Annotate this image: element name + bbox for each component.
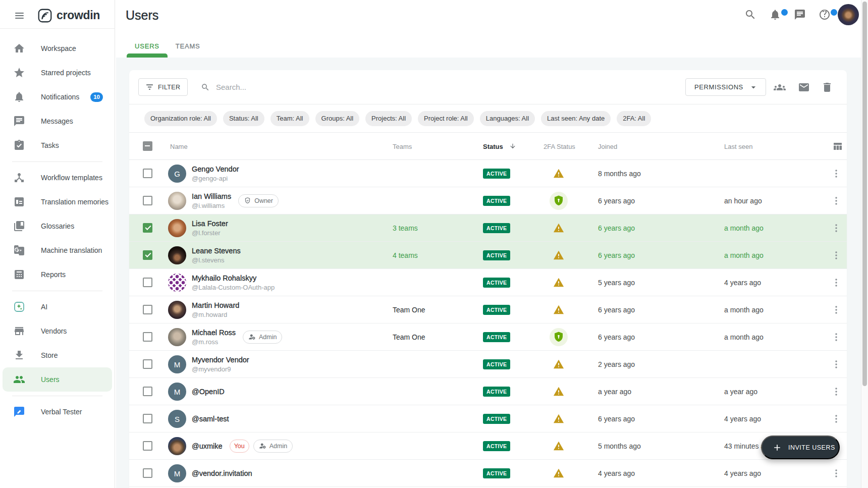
user-name[interactable]: Mykhailo Rohalskyy bbox=[192, 274, 256, 282]
row-checkbox[interactable] bbox=[143, 196, 152, 205]
row-checkbox[interactable] bbox=[143, 305, 152, 314]
messages-icon[interactable] bbox=[794, 9, 806, 21]
row-menu-icon[interactable] bbox=[830, 331, 842, 343]
filter-chip[interactable]: Status: All bbox=[223, 111, 264, 126]
sidebar-item-reports[interactable]: Reports bbox=[3, 262, 112, 287]
filter-button[interactable]: FILTER bbox=[138, 78, 188, 96]
filter-chip[interactable]: Team: All bbox=[270, 111, 309, 126]
table-row[interactable]: G Gengo Vendor @gengo-api ACTIVE 8 month… bbox=[129, 160, 847, 187]
row-menu-icon[interactable] bbox=[830, 277, 842, 289]
user-teams[interactable]: 4 teams bbox=[393, 251, 418, 259]
column-header-status[interactable]: Status bbox=[483, 142, 516, 150]
filter-chip[interactable]: Projects: All bbox=[365, 111, 412, 126]
delete-icon[interactable] bbox=[821, 81, 833, 93]
table-row[interactable]: Lisa Foster @l.forster 3 teams ACTIVE 6 … bbox=[129, 214, 847, 242]
user-name[interactable]: Ian Williams bbox=[192, 192, 231, 200]
row-menu-icon[interactable] bbox=[830, 413, 842, 425]
column-header-name[interactable]: Name bbox=[170, 142, 188, 150]
sidebar-item-ai[interactable]: AI bbox=[3, 295, 112, 319]
sidebar-item-users[interactable]: Users bbox=[3, 367, 112, 392]
column-header-joined[interactable]: Joined bbox=[598, 142, 617, 150]
sidebar-item-translation-memories[interactable]: Translation memories bbox=[3, 190, 112, 214]
page-scrollbar[interactable] bbox=[861, 0, 868, 488]
sidebar-item-vendors[interactable]: Vendors bbox=[3, 319, 112, 343]
column-header-2fa[interactable]: 2FA Status bbox=[544, 142, 575, 150]
row-menu-icon[interactable] bbox=[830, 195, 842, 207]
filter-chip[interactable]: Groups: All bbox=[315, 111, 360, 126]
2fa-status-icon bbox=[550, 441, 568, 452]
row-checkbox[interactable] bbox=[143, 414, 152, 423]
search-icon[interactable] bbox=[744, 9, 756, 21]
row-checkbox[interactable] bbox=[143, 278, 152, 287]
user-name[interactable]: Myvendor Vendor bbox=[192, 356, 249, 364]
sidebar-item-messages[interactable]: Messages bbox=[3, 109, 112, 133]
permissions-button[interactable]: PERMISSIONS bbox=[685, 78, 766, 96]
column-header-teams[interactable]: Teams bbox=[393, 142, 412, 150]
column-header-last-seen[interactable]: Last seen bbox=[724, 142, 752, 150]
row-checkbox[interactable] bbox=[143, 441, 152, 451]
user-name[interactable]: Martin Howard bbox=[192, 301, 239, 309]
notifications-bell-icon[interactable] bbox=[769, 9, 781, 21]
sidebar-item-tasks[interactable]: Tasks bbox=[3, 133, 112, 157]
tab-users[interactable]: USERS bbox=[127, 34, 168, 58]
row-menu-icon[interactable] bbox=[830, 467, 842, 479]
user-avatar[interactable] bbox=[838, 4, 859, 25]
table-row[interactable]: Martin Howard @m.howard Team One ACTIVE … bbox=[129, 296, 847, 323]
filter-chip[interactable]: Last seen: Any date bbox=[541, 111, 611, 126]
hamburger-menu-icon[interactable] bbox=[15, 13, 24, 19]
row-menu-icon[interactable] bbox=[830, 386, 842, 398]
sidebar-item-machine-translation[interactable]: Machine translation bbox=[3, 238, 112, 262]
table-row[interactable]: Michael RossAdmin @m.ross Team One ACTIV… bbox=[129, 323, 847, 351]
row-checkbox[interactable] bbox=[143, 332, 152, 342]
search-input[interactable] bbox=[216, 83, 569, 91]
table-row[interactable]: Ian WilliamsOwner @i.williams ACTIVE 6 y… bbox=[129, 187, 847, 214]
sidebar-item-workflow-templates[interactable]: Workflow templates bbox=[3, 166, 112, 190]
user-name[interactable]: @vendor.invitation bbox=[192, 469, 252, 477]
sidebar-item-glossaries[interactable]: Glossaries bbox=[3, 214, 112, 238]
table-row[interactable]: M @OpenID ACTIVE a year ago a year ago bbox=[129, 378, 847, 405]
select-all-checkbox[interactable] bbox=[143, 141, 152, 151]
row-checkbox[interactable] bbox=[143, 250, 152, 260]
table-row[interactable]: Mykhailo Rohalskyy @Lalala-Custom-OAuth-… bbox=[129, 269, 847, 296]
user-name[interactable]: Michael Ross bbox=[192, 329, 236, 337]
row-menu-icon[interactable] bbox=[830, 168, 842, 180]
user-name[interactable]: Lisa Foster bbox=[192, 220, 228, 228]
row-menu-icon[interactable] bbox=[830, 304, 842, 316]
row-checkbox[interactable] bbox=[143, 359, 152, 369]
table-row[interactable]: M @vendor.invitation ACTIVE 4 years ago … bbox=[129, 460, 847, 487]
row-checkbox[interactable] bbox=[143, 223, 152, 233]
table-row[interactable]: M Myvendor Vendor @myvendor9 ACTIVE 2 ye… bbox=[129, 351, 847, 378]
table-row[interactable]: S @saml-test ACTIVE 6 years ago 4 years … bbox=[129, 405, 847, 432]
user-name[interactable]: @uxmike bbox=[192, 442, 223, 450]
scrollbar-thumb[interactable] bbox=[862, 2, 867, 386]
user-teams[interactable]: 3 teams bbox=[393, 224, 418, 232]
filter-chip[interactable]: Organization role: All bbox=[144, 111, 217, 126]
crowdin-logo[interactable]: crowdin bbox=[38, 9, 100, 23]
row-menu-icon[interactable] bbox=[830, 249, 842, 261]
sidebar-item-notifications[interactable]: Notifications 10 bbox=[3, 85, 112, 109]
help-icon[interactable] bbox=[819, 9, 831, 21]
user-name[interactable]: @saml-test bbox=[192, 415, 229, 423]
user-name[interactable]: Leane Stevens bbox=[192, 247, 241, 255]
sidebar-item-starred-projects[interactable]: Starred projects bbox=[3, 61, 112, 85]
row-checkbox[interactable] bbox=[143, 387, 152, 396]
filter-chip[interactable]: 2FA: All bbox=[617, 111, 651, 126]
filter-chip[interactable]: Languages: All bbox=[480, 111, 535, 126]
row-checkbox[interactable] bbox=[143, 169, 152, 178]
sidebar-item-workspace[interactable]: Workspace bbox=[3, 36, 112, 61]
table-row[interactable]: @uxmikeYouAdmin ACTIVE 5 months ago 43 m… bbox=[129, 432, 847, 460]
user-name[interactable]: Gengo Vendor bbox=[192, 165, 239, 173]
filter-chip[interactable]: Project role: All bbox=[418, 111, 474, 126]
add-to-team-icon[interactable] bbox=[774, 81, 786, 93]
tab-teams[interactable]: TEAMS bbox=[168, 34, 208, 58]
row-checkbox[interactable] bbox=[143, 468, 152, 478]
row-menu-icon[interactable] bbox=[830, 358, 842, 370]
sidebar-item-store[interactable]: Store bbox=[3, 343, 112, 367]
user-name[interactable]: @OpenID bbox=[192, 388, 225, 396]
email-icon[interactable] bbox=[798, 81, 810, 93]
column-settings-icon[interactable] bbox=[832, 140, 844, 152]
invite-users-button[interactable]: INVITE USERS bbox=[761, 436, 840, 459]
table-row[interactable]: Leane Stevens @l.stevens 4 teams ACTIVE … bbox=[129, 242, 847, 269]
sidebar-item-verbal-tester[interactable]: Verbal Tester bbox=[3, 400, 112, 424]
row-menu-icon[interactable] bbox=[830, 222, 842, 234]
